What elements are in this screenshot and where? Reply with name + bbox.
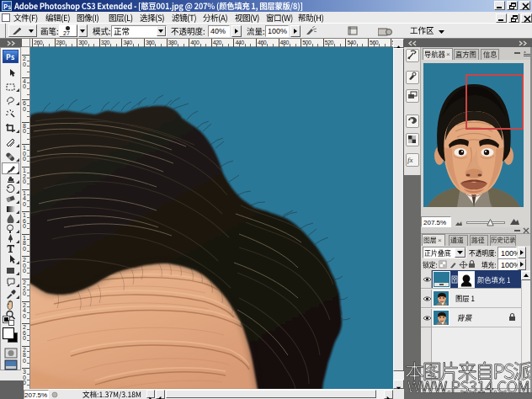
svg-text:fx: fx	[407, 156, 413, 164]
